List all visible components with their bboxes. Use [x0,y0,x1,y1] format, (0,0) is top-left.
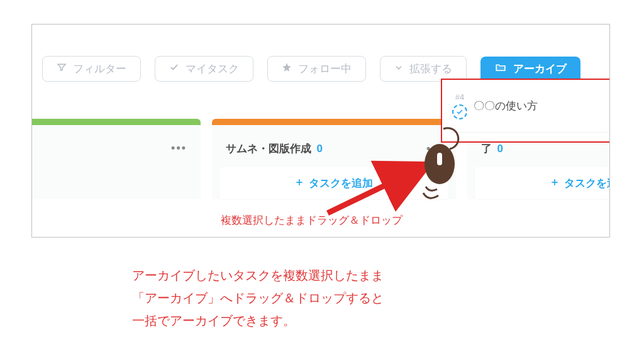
filter-button[interactable]: フィルター [42,56,141,82]
caption-line-2: 「アーカイブ」へドラッグ＆ドロップすると [132,287,384,309]
tutorial-caption: アーカイブしたいタスクを複数選択したまま 「アーカイブ」へドラッグ＆ドロップする… [132,264,384,332]
task-title: 〇〇の使い方 [474,99,538,113]
caption-line-1: アーカイブしたいタスクを複数選択したまま [132,264,384,287]
column-bar [212,119,456,125]
add-task-label: タスクを追加 [564,176,610,190]
follow-label: フォロー中 [298,62,352,76]
column-title: 了 [481,143,492,155]
plus-icon [550,177,559,190]
column-1: ••• [31,119,201,199]
follow-button[interactable]: フォロー中 [267,56,366,82]
column-title-wrap: 了 0 [481,141,503,156]
card-divider [451,132,610,133]
expand-label: 拡張する [409,62,452,76]
archive-label: アーカイブ [513,62,567,76]
add-task-button[interactable]: タスクを追加 [219,167,448,199]
toolbar: フィルター マイタスク フォロー中 拡張する アーカイブ [42,56,580,82]
column-bar [31,119,201,125]
task-id: #4 [455,92,464,102]
column-2: サムネ・図版作成 0 ••• タスクを追加 [212,119,456,199]
column-count: 0 [316,143,322,155]
dragging-task-card[interactable]: #4 〇〇の使い方 [441,79,610,143]
inline-annotation: 複数選択したままドラッグ＆ドロップ [221,213,402,228]
funnel-icon [57,62,67,75]
folder-open-icon [494,62,507,76]
add-task-label: タスクを追加 [309,176,373,190]
expand-button[interactable]: 拡張する [380,56,467,82]
caption-line-3: 一括でアーカイブできます。 [132,309,384,332]
add-task-button[interactable]: タスクを追加 [475,167,610,199]
column-title: サムネ・図版作成 [226,143,311,155]
chevron-down-icon [394,63,403,75]
column-menu[interactable]: ••• [426,142,442,155]
task-id-wrap: #4 [452,92,467,119]
column-menu[interactable]: ••• [171,141,187,155]
check-icon [169,62,179,75]
filter-label: フィルター [73,62,126,76]
column-count: 0 [497,143,502,155]
task-check-icon [452,104,467,119]
mytask-button[interactable]: マイタスク [155,56,253,82]
screenshot-frame: フィルター マイタスク フォロー中 拡張する アーカイブ [31,24,610,238]
star-icon [282,62,292,75]
archive-button[interactable]: アーカイブ [480,57,580,81]
column-title-wrap: サムネ・図版作成 0 [226,141,323,156]
plus-icon [295,177,304,190]
mytask-label: マイタスク [186,62,239,76]
